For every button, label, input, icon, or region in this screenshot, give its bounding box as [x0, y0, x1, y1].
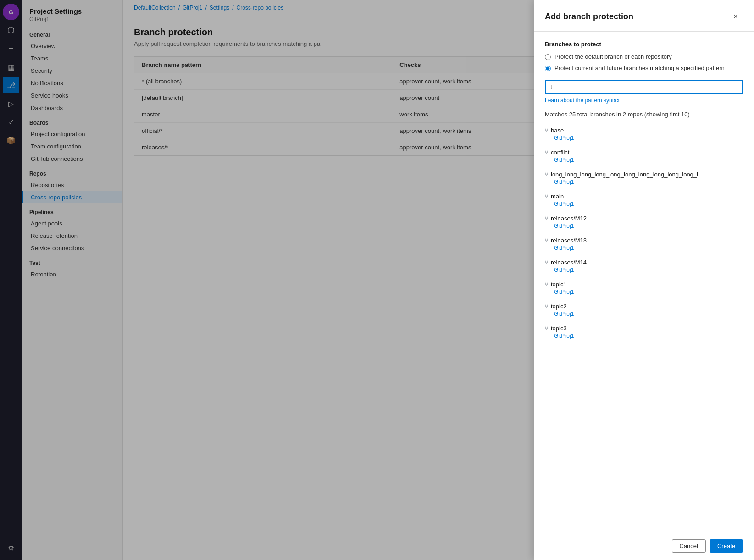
branch-icon: ⑂ — [545, 127, 548, 134]
branch-icon: ⑂ — [545, 149, 548, 156]
branch-item: ⑂ topic1 GitProj1 — [545, 277, 743, 299]
branch-repo: GitProj1 — [554, 333, 743, 339]
branches-to-protect-label: Branches to protect — [545, 41, 743, 48]
modal-body: Branches to protect Protect the default … — [534, 32, 754, 532]
branch-item: ⑂ base GitProj1 — [545, 123, 743, 145]
branch-name-text: long_long_long_long_long_long_long_long_… — [551, 171, 707, 178]
branch-icon: ⑂ — [545, 171, 548, 178]
branch-name-text: releases/M14 — [551, 259, 587, 266]
radio-option-pattern[interactable]: Protect current and future branches matc… — [545, 65, 743, 71]
modal-close-button[interactable]: × — [728, 9, 743, 24]
branch-name: ⑂ topic3 — [545, 325, 743, 332]
branch-item: ⑂ conflict GitProj1 — [545, 145, 743, 167]
branch-name: ⑂ releases/M14 — [545, 259, 743, 266]
branch-name: ⑂ releases/M12 — [545, 215, 743, 222]
branch-repo: GitProj1 — [554, 223, 743, 229]
branch-repo: GitProj1 — [554, 179, 743, 185]
branch-icon: ⑂ — [545, 237, 548, 244]
branch-name: ⑂ releases/M13 — [545, 237, 743, 244]
branch-item: ⑂ releases/M14 GitProj1 — [545, 255, 743, 277]
match-info: Matches 25 total branches in 2 repos (sh… — [545, 111, 743, 118]
branch-repo: GitProj1 — [554, 311, 743, 317]
branch-icon: ⑂ — [545, 259, 548, 266]
branch-item: ⑂ main GitProj1 — [545, 189, 743, 211]
branch-name: ⑂ long_long_long_long_long_long_long_lon… — [545, 171, 743, 178]
radio-option-default[interactable]: Protect the default branch of each repos… — [545, 53, 743, 60]
branch-item: ⑂ releases/M13 GitProj1 — [545, 233, 743, 255]
radio-pattern-label: Protect current and future branches matc… — [554, 65, 725, 71]
branch-name-text: releases/M13 — [551, 237, 587, 244]
branch-icon: ⑂ — [545, 215, 548, 222]
branch-name-text: base — [551, 127, 564, 134]
branch-icon: ⑂ — [545, 193, 548, 200]
cancel-button[interactable]: Cancel — [672, 539, 706, 553]
branch-name-text: topic3 — [551, 325, 567, 332]
modal-header: Add branch protection × — [534, 0, 754, 32]
branch-repo: GitProj1 — [554, 157, 743, 163]
branch-repo: GitProj1 — [554, 245, 743, 251]
branch-repo: GitProj1 — [554, 289, 743, 295]
branch-name-text: conflict — [551, 149, 569, 156]
create-button[interactable]: Create — [710, 539, 743, 553]
branch-name-text: releases/M12 — [551, 215, 587, 222]
branch-icon: ⑂ — [545, 325, 548, 332]
pattern-help-link[interactable]: Learn about the pattern syntax — [545, 97, 743, 104]
branch-item: ⑂ topic3 GitProj1 — [545, 321, 743, 343]
branch-name-text: topic1 — [551, 281, 567, 288]
branch-item: ⑂ topic2 GitProj1 — [545, 299, 743, 321]
modal-title: Add branch protection — [545, 12, 633, 22]
branch-name: ⑂ topic1 — [545, 281, 743, 288]
branch-icon: ⑂ — [545, 281, 548, 288]
branch-item: ⑂ long_long_long_long_long_long_long_lon… — [545, 167, 743, 189]
branch-name: ⑂ topic2 — [545, 303, 743, 310]
branch-repo: GitProj1 — [554, 201, 743, 207]
radio-default-label: Protect the default branch of each repos… — [554, 53, 672, 60]
radio-default-branch[interactable] — [545, 54, 551, 60]
branch-name: ⑂ main — [545, 193, 743, 200]
branch-name-text: topic2 — [551, 303, 567, 310]
branch-list: ⑂ base GitProj1 ⑂ conflict GitProj1 ⑂ lo… — [545, 123, 743, 343]
branch-name-text: main — [551, 193, 564, 200]
modal-panel: Add branch protection × Branches to prot… — [534, 0, 754, 560]
modal-footer: Cancel Create — [534, 532, 754, 560]
branch-item: ⑂ releases/M12 GitProj1 — [545, 211, 743, 233]
branch-repo: GitProj1 — [554, 267, 743, 273]
branch-name: ⑂ base — [545, 127, 743, 134]
branch-repo: GitProj1 — [554, 135, 743, 141]
branch-name: ⑂ conflict — [545, 149, 743, 156]
pattern-input[interactable] — [545, 80, 743, 94]
branch-icon: ⑂ — [545, 303, 548, 310]
radio-pattern-branch[interactable] — [545, 66, 551, 71]
